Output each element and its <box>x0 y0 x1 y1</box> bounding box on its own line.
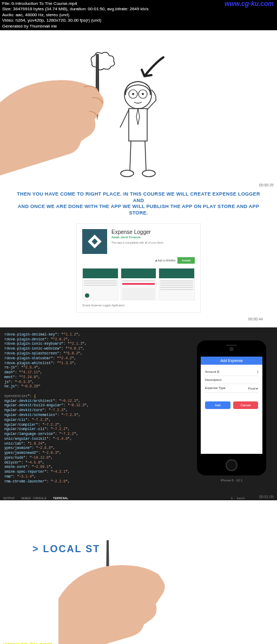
terminal-tabs[interactable]: OUTPUT DEBUG CONSOLE TERMINAL <box>3 497 72 500</box>
hand-drawing <box>0 60 119 181</box>
amount-field[interactable]: Amount $:| <box>205 368 258 376</box>
audio-line: Audio: aac, 48000 Hz, stereo (und) <box>2 12 275 18</box>
video-line: Video: h264, yuv420p, 1280x720, 30.00 fp… <box>2 18 275 23</box>
svg-point-6 <box>121 170 134 177</box>
frame-1: 00:00:25 <box>0 30 277 187</box>
timestamp-1: 00:00:25 <box>259 183 274 187</box>
wishlist-button[interactable]: ■ Add to Wishlist <box>155 259 175 262</box>
cancel-button[interactable]: Cancel <box>233 401 259 409</box>
svg-point-4 <box>142 93 144 95</box>
phone-simulator: Add Expense Amount $:| Description: Expe… <box>197 340 266 475</box>
svg-point-7 <box>142 170 155 177</box>
course-description: THEN YOU HAVE COME TO RIGHT PLACE. IN TH… <box>11 191 266 217</box>
description-field[interactable]: Description: <box>205 376 258 384</box>
frame-2: THEN YOU HAVE COME TO RIGHT PLACE. IN TH… <box>0 187 277 327</box>
generated-line: Generated by Thumbnail me <box>2 24 275 29</box>
watermark-bottom: www.cg-ku.com <box>3 641 52 644</box>
screen-title: Add Expense <box>201 357 262 365</box>
device-label: iPhone 8 - 12.1 <box>197 479 266 482</box>
play-store-listing: Expense Logger Awab Jamil Finance This a… <box>76 223 201 313</box>
timestamp-2: 00:00:44 <box>248 317 263 321</box>
tab-terminal[interactable]: TERMINAL <box>53 497 69 500</box>
frame-3: rdova-plugin-decimal-key": "^1.1.2", rdo… <box>0 327 277 500</box>
timestamp-3: 00:01:09 <box>259 495 274 499</box>
app-compatibility: This app is compatible with all of your … <box>111 241 195 244</box>
add-button[interactable]: Add <box>205 401 230 409</box>
svg-point-3 <box>132 93 134 95</box>
install-button[interactable]: Install <box>177 257 195 264</box>
app-icon <box>82 229 107 254</box>
cartoon-character <box>114 76 162 186</box>
app-publisher: Awab Jamil Finance <box>111 236 195 239</box>
app-description: Simple Expense Logger Application <box>82 304 195 307</box>
hand-drawing-2 <box>58 550 188 644</box>
home-button[interactable] <box>226 459 238 471</box>
tab-debug[interactable]: DEBUG CONSOLE <box>21 497 47 500</box>
app-title: Expense Logger <box>111 229 195 235</box>
expense-type-field[interactable]: Expense TypeFood ▸ <box>205 384 258 393</box>
tab-output[interactable]: OUTPUT <box>3 497 15 500</box>
terminal-shell[interactable]: 1: bash <box>231 497 245 500</box>
video-metadata-header: File: 0-Introduction To The Course.mp4 S… <box>0 0 277 30</box>
screenshots <box>82 268 195 300</box>
frame-4: > LOCAL ST www.cg-ku.com 00:01:29 <box>0 500 277 644</box>
watermark-top: www.cg-ku.com <box>225 0 274 9</box>
